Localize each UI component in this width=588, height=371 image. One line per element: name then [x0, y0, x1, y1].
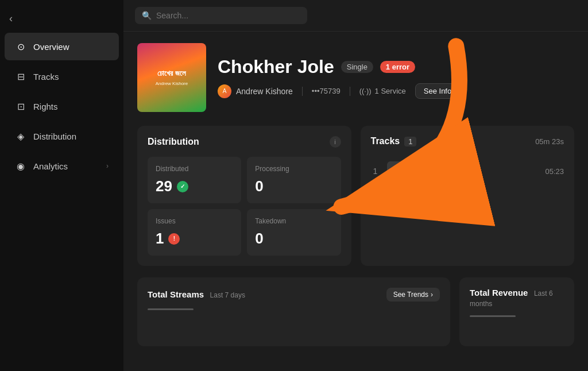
content-wrapper: 🔍 চোখের জলে Andrew Kishore Chokher Jole …: [123, 0, 588, 371]
track-list: 1 ♪ Chokher Jole 05:23: [371, 156, 564, 187]
revenue-header: Total Revenue Last 6 months: [470, 288, 564, 308]
analytics-icon: ◉: [15, 160, 26, 172]
album-header: চোখের জলে Andrew Kishore Chokher Jole Si…: [137, 43, 574, 112]
streams-header: Total Streams Last 7 days See Trends ›: [148, 288, 440, 302]
service-badge: ((·)) 1 Service: [359, 87, 406, 95]
tracks-icon: ⊟: [15, 71, 26, 82]
search-input[interactable]: [156, 11, 300, 20]
track-duration: 05:23: [545, 167, 564, 176]
album-art: চোখের জলে Andrew Kishore: [137, 43, 206, 112]
overview-icon: ⊙: [15, 41, 26, 52]
back-button[interactable]: ‹: [0, 6, 123, 32]
main-content: 🔍 চোখের জলে Andrew Kishore Chokher Jole …: [123, 0, 588, 371]
service-icon: ((·)): [359, 87, 372, 95]
album-art-subtitle: Andrew Kishore: [156, 81, 188, 86]
service-label: 1 Service: [375, 87, 406, 95]
album-art-text: চোখের জলে: [157, 69, 185, 79]
tracks-header: Tracks 1 05m 23s: [371, 136, 564, 146]
track-thumbnail: ♪: [387, 161, 407, 181]
tracks-card-title: Tracks: [371, 136, 400, 146]
revenue-title-group: Total Revenue Last 6 months: [470, 288, 564, 308]
revenue-chart: [470, 315, 516, 317]
sidebar-item-distribution[interactable]: ◈ Distribution: [5, 122, 119, 150]
streams-chart: [148, 308, 194, 310]
meta-divider: [302, 87, 303, 96]
sidebar-item-label: Analytics: [33, 161, 68, 171]
page-content: চোখের জলে Andrew Kishore Chokher Jole Si…: [123, 32, 588, 371]
analytics-arrow-icon: ›: [106, 162, 109, 170]
artist-name: Andrew Kishore: [236, 87, 293, 96]
artist-info: A Andrew Kishore: [218, 84, 293, 98]
track-number: 1: [371, 167, 380, 176]
album-title-row: Chokher Jole Single 1 error: [218, 56, 574, 78]
album-meta: A Andrew Kishore •••75739 ((·)) 1 Servic…: [218, 83, 574, 99]
tracks-count-badge: 1: [404, 137, 416, 146]
error-badge: 1 error: [380, 61, 415, 73]
sidebar-item-overview[interactable]: ⊙ Overview: [5, 33, 119, 60]
takedown-label: Takedown: [255, 217, 332, 225]
processing-item: Processing 0: [247, 157, 341, 203]
see-trends-button[interactable]: See Trends ›: [386, 288, 440, 302]
distributed-item: Distributed 29 ✓: [148, 157, 241, 203]
streams-title-group: Total Streams Last 7 days: [148, 289, 245, 300]
dist-card-title: Distribution: [148, 137, 199, 147]
rights-icon: ⊡: [15, 101, 26, 112]
revenue-card: Total Revenue Last 6 months: [459, 277, 574, 346]
sidebar: ‹ ⊙ Overview ⊟ Tracks ⊡ Rights ◈ Distrib…: [0, 0, 123, 371]
distributed-status-icon: ✓: [177, 181, 188, 192]
sidebar-item-label: Tracks: [33, 72, 59, 82]
issues-label: Issues: [156, 217, 233, 225]
issues-value: 1 !: [156, 230, 233, 248]
distribution-card: Distribution i Distributed 29 ✓: [137, 126, 351, 266]
sidebar-item-label: Overview: [33, 42, 69, 52]
streams-title: Total Streams: [148, 289, 204, 299]
takedown-item: Takedown 0: [247, 209, 341, 256]
bottom-row: Total Streams Last 7 days See Trends › T…: [137, 277, 574, 346]
see-info-button[interactable]: See Info ›: [415, 83, 465, 99]
sidebar-item-tracks[interactable]: ⊟ Tracks: [5, 63, 119, 90]
album-info: Chokher Jole Single 1 error A Andrew Kis…: [218, 56, 574, 99]
sidebar-item-analytics[interactable]: ◉ Analytics ›: [5, 152, 119, 180]
meta-divider-2: [350, 87, 350, 96]
distribution-icon: ◈: [15, 130, 26, 142]
table-row: 1 ♪ Chokher Jole 05:23: [371, 156, 564, 187]
card-header: Distribution i: [148, 136, 341, 148]
issues-item: Issues 1 !: [148, 209, 241, 256]
dist-grid: Distributed 29 ✓ Processing 0: [148, 157, 341, 256]
tracks-total-duration: 05m 23s: [535, 137, 564, 146]
takedown-value: 0: [255, 230, 332, 248]
sidebar-item-label: Distribution: [33, 132, 76, 141]
search-input-wrap: 🔍: [135, 7, 307, 24]
tracks-card: Tracks 1 05m 23s 1 ♪ Chokher Jole 05:23: [361, 126, 575, 266]
processing-label: Processing: [255, 165, 332, 173]
album-title: Chokher Jole: [218, 56, 334, 78]
cards-row: Distribution i Distributed 29 ✓: [137, 126, 574, 266]
meta-id: •••75739: [312, 87, 341, 95]
search-icon: 🔍: [142, 11, 152, 20]
distributed-label: Distributed: [156, 165, 233, 173]
tracks-title-group: Tracks 1: [371, 136, 417, 146]
streams-card: Total Streams Last 7 days See Trends ›: [137, 277, 450, 346]
distributed-value: 29 ✓: [156, 177, 233, 195]
see-trends-arrow-icon: ›: [431, 291, 433, 299]
avatar: A: [218, 84, 231, 98]
see-info-arrow-icon: ›: [454, 87, 456, 95]
search-bar: 🔍: [123, 0, 588, 32]
processing-value: 0: [255, 177, 332, 195]
info-icon[interactable]: i: [330, 136, 341, 148]
track-name: Chokher Jole: [413, 167, 539, 176]
sidebar-item-rights[interactable]: ⊡ Rights: [5, 92, 119, 120]
revenue-title: Total Revenue: [470, 288, 528, 297]
single-badge: Single: [341, 61, 373, 73]
streams-subtitle: Last 7 days: [210, 291, 245, 299]
issues-status-icon: !: [168, 233, 180, 245]
sidebar-item-label: Rights: [33, 102, 58, 111]
